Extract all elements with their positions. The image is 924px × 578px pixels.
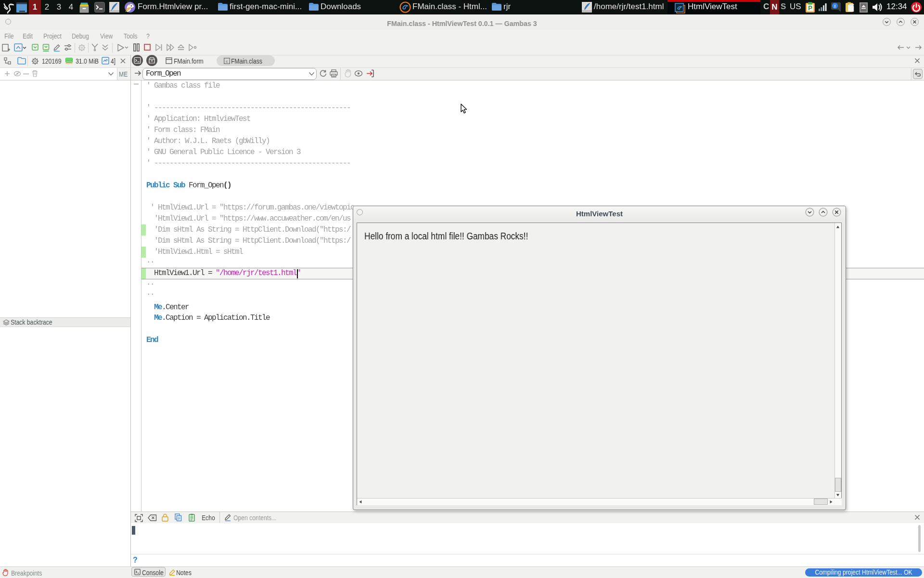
svg-text:!: ! [834,4,836,9]
svg-text:c: c [226,59,228,64]
svg-text:P: P [808,4,812,12]
